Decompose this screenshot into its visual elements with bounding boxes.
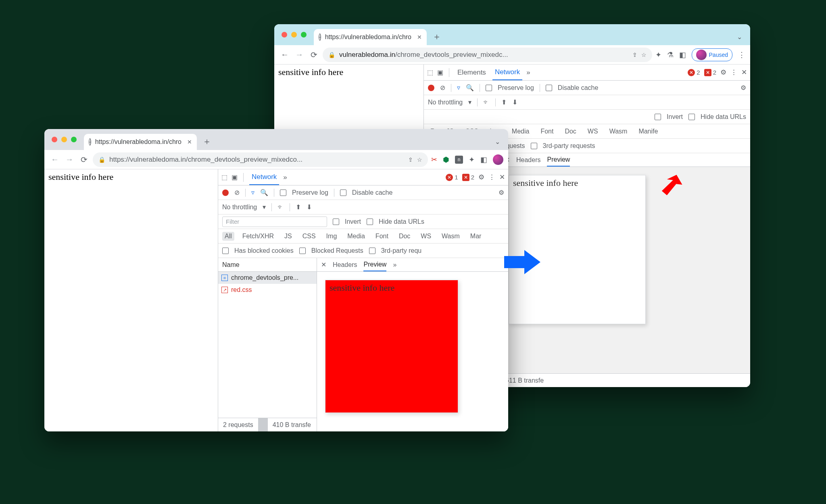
tab-headers[interactable]: Headers (333, 258, 357, 271)
reload-button[interactable]: ⟳ (308, 50, 319, 60)
search-icon[interactable]: 🔍 (466, 84, 474, 92)
tab-close-icon[interactable]: ✕ (187, 139, 192, 145)
kebab-icon[interactable]: ⋮ (730, 68, 737, 77)
disable-cache-checkbox[interactable] (340, 190, 346, 196)
new-tab-button[interactable]: ＋ (202, 135, 211, 148)
tab-close-icon[interactable]: ✕ (417, 34, 422, 40)
record-button[interactable] (428, 85, 434, 91)
type-chip[interactable]: WS (418, 232, 434, 241)
profile-chip[interactable]: Paused (692, 48, 732, 61)
device-icon[interactable]: ▣ (437, 69, 443, 76)
request-item[interactable]: ↗ red.css (218, 284, 317, 296)
third-party-checkbox[interactable] (369, 248, 375, 254)
clear-icon[interactable]: ⊘ (440, 84, 445, 92)
chevron-down-icon[interactable]: ▾ (263, 203, 266, 211)
type-chip[interactable]: Font (373, 232, 391, 241)
issues-chip[interactable]: ✕2 (462, 174, 474, 181)
blocked-requests-checkbox[interactable] (299, 248, 306, 254)
close-icon[interactable] (52, 137, 57, 142)
minimize-icon[interactable] (291, 32, 297, 37)
type-chip[interactable]: JS (282, 232, 294, 241)
star-icon[interactable]: ☆ (641, 52, 647, 58)
chevron-down-icon[interactable]: ▾ (468, 98, 471, 106)
browser-tab[interactable]: https://vulnerabledoma.in/chro ✕ (84, 134, 197, 150)
browser-tab[interactable]: https://vulnerabledoma.in/chro ✕ (314, 29, 427, 45)
type-chip[interactable]: Mar (468, 232, 484, 241)
type-chip[interactable]: Doc (562, 127, 578, 136)
throttling-select[interactable]: No throttling (428, 99, 463, 106)
inspect-icon[interactable]: ⬚ (221, 173, 227, 181)
tabs-more-icon[interactable]: » (283, 173, 287, 181)
wifi-icon[interactable]: ᯤ (483, 99, 490, 106)
zoom-icon[interactable] (71, 137, 77, 142)
close-devtools-icon[interactable]: ✕ (741, 68, 747, 77)
panel-icon[interactable]: ◧ (480, 155, 487, 164)
disable-cache-checkbox[interactable] (546, 85, 552, 91)
omnibox[interactable]: 🔒 https://vulnerabledoma.in/chrome_devto… (93, 152, 428, 167)
tabs-more-icon[interactable]: » (526, 69, 530, 77)
download-icon[interactable]: ⬇ (512, 98, 517, 106)
third-party-checkbox[interactable] (531, 143, 537, 149)
kebab-menu-icon[interactable]: ⋮ (738, 50, 745, 59)
back-button[interactable]: ← (49, 155, 60, 164)
kebab-icon[interactable]: ⋮ (488, 173, 495, 181)
star-icon[interactable]: ☆ (417, 156, 422, 163)
type-chip[interactable]: Wasm (607, 127, 630, 136)
search-icon[interactable]: 🔍 (260, 189, 268, 196)
tabs-dropdown-icon[interactable]: ⌄ (737, 33, 742, 41)
download-icon[interactable]: ⬇ (307, 203, 312, 211)
type-chip[interactable]: Doc (396, 232, 413, 241)
filter-input[interactable]: Filter (222, 217, 327, 227)
upload-icon[interactable]: ⬆ (501, 98, 507, 106)
hide-urls-checkbox[interactable] (688, 114, 695, 120)
zoom-icon[interactable] (301, 32, 307, 37)
minimize-icon[interactable] (61, 137, 67, 142)
record-button[interactable] (222, 190, 229, 196)
issues-chip[interactable]: ✕2 (704, 69, 716, 76)
blocked-cookies-checkbox[interactable] (222, 248, 229, 254)
type-chip[interactable]: Manife (636, 127, 660, 136)
close-detail-icon[interactable]: ✕ (321, 261, 326, 269)
tabs-dropdown-icon[interactable]: ⌄ (495, 138, 500, 146)
inspect-icon[interactable]: ⬚ (427, 69, 433, 76)
close-icon[interactable] (282, 32, 287, 37)
tab-elements[interactable]: Elements (455, 65, 488, 80)
tab-preview[interactable]: Preview (363, 258, 386, 271)
type-chip[interactable]: Media (345, 232, 367, 241)
type-chip-all[interactable]: All (222, 232, 234, 241)
ext-icon-2[interactable]: n (455, 156, 463, 164)
extensions-icon[interactable]: ✦ (655, 50, 661, 59)
back-button[interactable]: ← (279, 50, 290, 59)
net-gear-icon[interactable]: ⚙ (740, 84, 746, 92)
errors-chip[interactable]: ✕2 (688, 69, 700, 76)
close-devtools-icon[interactable]: ✕ (499, 173, 505, 181)
panel-icon[interactable]: ◧ (679, 50, 686, 59)
scissors-icon[interactable]: ✂ (431, 155, 437, 164)
invert-checkbox[interactable] (333, 219, 339, 225)
gear-icon[interactable]: ⚙ (720, 68, 726, 77)
forward-button[interactable]: → (64, 155, 75, 164)
tab-network[interactable]: Network (249, 169, 279, 185)
preserve-log-checkbox[interactable] (486, 85, 492, 91)
type-chip[interactable]: WS (585, 127, 601, 136)
wifi-icon[interactable]: ᯤ (277, 204, 284, 211)
omnibox[interactable]: 🔒 vulnerabledoma.in/chrome_devtools_prev… (323, 48, 652, 62)
throttling-select[interactable]: No throttling (222, 204, 257, 211)
avatar-icon[interactable] (493, 154, 503, 165)
type-chip[interactable]: Img (324, 232, 340, 241)
reload-button[interactable]: ⟳ (78, 155, 90, 165)
type-chip[interactable]: CSS (300, 232, 318, 241)
net-gear-icon[interactable]: ⚙ (499, 189, 504, 196)
flask-icon[interactable]: ⚗ (667, 50, 674, 59)
extensions-icon[interactable]: ✦ (469, 155, 475, 164)
preserve-log-checkbox[interactable] (280, 190, 286, 196)
detail-more-icon[interactable]: » (393, 261, 396, 269)
new-tab-button[interactable]: ＋ (432, 31, 441, 43)
hide-urls-checkbox[interactable] (367, 219, 373, 225)
ext-icon-1[interactable]: ⬢ (443, 155, 449, 164)
tab-network[interactable]: Network (492, 65, 522, 80)
filter-icon[interactable]: ▿ (251, 189, 254, 196)
gear-icon[interactable]: ⚙ (478, 173, 484, 181)
share-icon[interactable]: ⇪ (408, 156, 413, 163)
type-chip[interactable]: Font (538, 127, 556, 136)
